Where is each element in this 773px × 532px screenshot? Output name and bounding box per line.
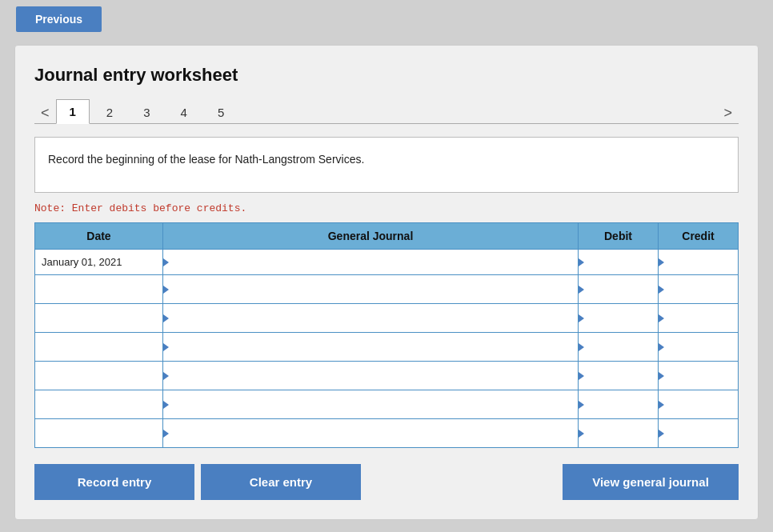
header-journal: General Journal [163, 223, 579, 250]
credit-cell-4 [659, 362, 739, 390]
debit-cell-0 [579, 250, 659, 275]
triangle-debit-icon [579, 430, 584, 438]
triangle-debit-icon [579, 314, 584, 322]
table-row [35, 390, 739, 419]
date-input-2[interactable] [42, 309, 156, 327]
note-text: Note: Enter debits before credits. [34, 202, 739, 214]
triangle-credit-icon [659, 430, 664, 438]
table-row [35, 333, 739, 362]
journal-cell-2 [163, 304, 579, 333]
header-debit: Debit [579, 223, 659, 250]
tab-4[interactable]: 4 [167, 100, 201, 124]
debit-input-2[interactable] [586, 304, 654, 332]
credit-input-0[interactable] [666, 250, 734, 274]
tab-2[interactable]: 2 [93, 100, 126, 124]
journal-input-3[interactable] [170, 333, 574, 361]
date-input-6[interactable] [42, 424, 156, 442]
debit-cell-6 [579, 419, 659, 448]
credit-cell-3 [659, 333, 739, 362]
journal-input-0[interactable] [170, 250, 574, 274]
triangle-debit-icon [579, 258, 584, 266]
view-general-journal-button[interactable]: View general journal [563, 464, 739, 500]
tab-next-button[interactable]: > [717, 102, 739, 123]
debit-cell-5 [579, 390, 659, 419]
header-date: Date [35, 223, 163, 250]
date-input-5[interactable] [42, 395, 156, 414]
date-input-4[interactable] [42, 366, 156, 385]
journal-cell-5 [163, 390, 579, 419]
debit-input-1[interactable] [586, 275, 654, 303]
journal-input-2[interactable] [170, 304, 574, 332]
triangle-debit-icon [579, 286, 584, 294]
journal-cell-3 [163, 333, 579, 362]
date-cell-6 [35, 419, 163, 448]
date-cell-4 [35, 362, 163, 390]
credit-cell-1 [659, 275, 739, 304]
credit-cell-5 [659, 390, 739, 419]
journal-input-1[interactable] [170, 275, 574, 303]
triangle-credit-icon [659, 401, 664, 409]
worksheet-container: Journal entry worksheet < 1 2 3 4 5 > Re… [14, 45, 759, 520]
debit-input-3[interactable] [586, 333, 654, 361]
date-cell-2 [35, 304, 163, 333]
tab-1[interactable]: 1 [56, 99, 90, 124]
debit-cell-2 [579, 304, 659, 333]
credit-input-6[interactable] [666, 419, 734, 447]
journal-cell-6 [163, 419, 579, 448]
tab-prev-button[interactable]: < [34, 102, 56, 123]
table-row [35, 275, 739, 304]
triangle-journal-icon [163, 401, 169, 409]
header-credit: Credit [659, 223, 739, 250]
date-input-3[interactable] [42, 338, 156, 356]
triangle-debit-icon [579, 343, 584, 351]
debit-input-5[interactable] [586, 390, 654, 418]
triangle-credit-icon [659, 372, 664, 380]
triangle-journal-icon [163, 430, 169, 438]
journal-input-6[interactable] [170, 419, 574, 447]
date-cell-0: January 01, 2021 [35, 250, 163, 275]
triangle-journal-icon [163, 314, 169, 322]
triangle-credit-icon [659, 343, 664, 351]
table-row [35, 362, 739, 390]
debit-cell-1 [579, 275, 659, 304]
table-row [35, 419, 739, 448]
credit-input-4[interactable] [666, 362, 734, 390]
debit-input-6[interactable] [586, 419, 654, 447]
date-input-1[interactable] [42, 280, 156, 298]
debit-cell-4 [579, 362, 659, 390]
triangle-credit-icon [659, 258, 664, 266]
clear-entry-button[interactable]: Clear entry [201, 464, 361, 500]
debit-cell-3 [579, 333, 659, 362]
triangle-journal-icon [163, 372, 169, 380]
triangle-credit-icon [659, 286, 664, 294]
triangle-debit-icon [579, 401, 584, 409]
record-entry-button[interactable]: Record entry [34, 464, 194, 500]
journal-table: Date General Journal Debit Credit Januar… [34, 222, 739, 448]
credit-cell-2 [659, 304, 739, 333]
credit-input-5[interactable] [666, 390, 734, 418]
triangle-debit-icon [579, 372, 584, 380]
journal-input-4[interactable] [170, 362, 574, 390]
debit-input-4[interactable] [586, 362, 654, 390]
triangle-journal-icon [163, 286, 169, 294]
credit-cell-6 [659, 419, 739, 448]
date-cell-3 [35, 333, 163, 362]
journal-cell-1 [163, 275, 579, 304]
journal-input-5[interactable] [170, 390, 574, 418]
debit-input-0[interactable] [586, 250, 654, 274]
credit-cell-0 [659, 250, 739, 275]
tab-5[interactable]: 5 [204, 100, 238, 124]
credit-input-2[interactable] [666, 304, 734, 332]
previous-button[interactable]: Previous [16, 6, 102, 32]
credit-input-1[interactable] [666, 275, 734, 303]
instruction-box: Record the beginning of the lease for Na… [34, 137, 739, 193]
date-cell-5 [35, 390, 163, 419]
credit-input-3[interactable] [666, 333, 734, 361]
table-row: January 01, 2021 [35, 250, 739, 275]
tab-3[interactable]: 3 [130, 100, 163, 124]
triangle-journal-icon [163, 258, 169, 266]
journal-cell-4 [163, 362, 579, 390]
triangle-credit-icon [659, 314, 664, 322]
worksheet-title: Journal entry worksheet [34, 65, 739, 86]
instruction-text: Record the beginning of the lease for Na… [48, 153, 364, 166]
